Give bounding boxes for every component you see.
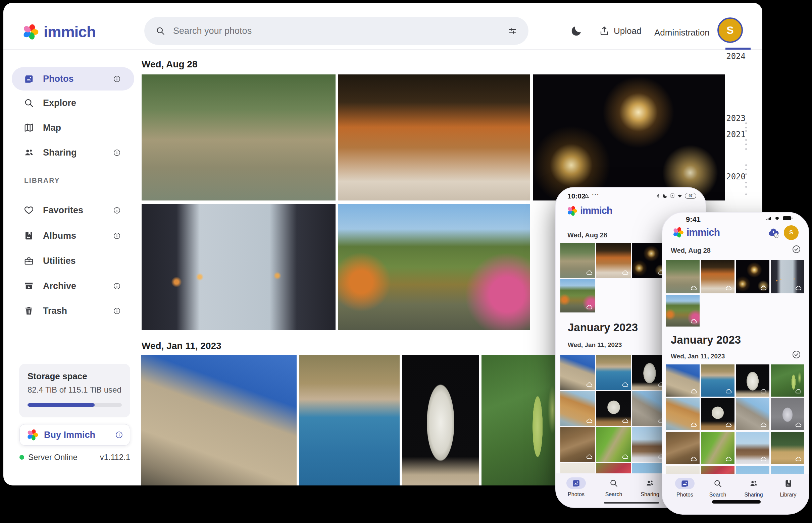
info-icon[interactable] (113, 232, 121, 240)
timeline-year-2020[interactable]: 2020 (726, 172, 746, 181)
select-day-check-icon[interactable] (792, 245, 801, 254)
select-day-check-icon[interactable] (792, 350, 801, 359)
photo-thumbnail[interactable] (736, 364, 770, 397)
photo-thumbnail-autumn-path[interactable] (338, 204, 530, 330)
timeline-year-2024[interactable]: 2024 (726, 52, 746, 61)
photo-thumbnail[interactable] (701, 398, 735, 430)
upload-button[interactable]: Upload (599, 25, 641, 36)
nav-tab-photos[interactable]: Photos (675, 478, 694, 498)
info-icon[interactable] (113, 75, 121, 83)
nav-tab-search[interactable]: Search (708, 478, 727, 498)
photo-thumbnail[interactable] (560, 391, 595, 426)
cloud-sync-icon (586, 381, 593, 388)
photo-thumbnail[interactable] (701, 432, 735, 464)
photo-thumbnail[interactable] (701, 260, 735, 293)
nav-tab-photos[interactable]: Photos (566, 477, 586, 498)
sidebar-item-label: Favorites (43, 205, 83, 216)
app-logo[interactable]: immich (22, 23, 96, 41)
photo-thumbnail[interactable] (771, 364, 804, 397)
sharing-icon (749, 479, 758, 488)
photo-thumbnail[interactable] (560, 355, 595, 390)
timeline-dot (745, 127, 747, 128)
administration-link[interactable]: Administration (654, 28, 710, 38)
date-group-header: Wed, Jan 11, 2023 (568, 341, 622, 349)
photo-thumbnail[interactable] (666, 432, 699, 464)
photo-thumbnail-hands[interactable] (142, 204, 335, 330)
backup-check-badge (774, 233, 779, 238)
photo-thumbnail[interactable] (736, 260, 770, 293)
photo-thumbnail[interactable] (596, 427, 631, 462)
nav-tab-sharing[interactable]: Sharing (744, 478, 763, 498)
photo-thumbnail[interactable] (596, 243, 631, 278)
photo-thumbnail[interactable] (666, 398, 699, 430)
user-avatar[interactable]: S (784, 225, 799, 240)
nav-tab-search[interactable]: Search (604, 477, 623, 498)
photo-thumbnail[interactable] (596, 355, 631, 390)
info-icon[interactable] (113, 307, 121, 315)
timeline-dot (745, 130, 747, 132)
info-icon[interactable] (115, 431, 123, 439)
photo-thumbnail[interactable] (560, 279, 595, 312)
photo-thumbnail[interactable] (736, 398, 770, 430)
sidebar-item-archive[interactable]: Archive (12, 274, 134, 298)
cloud-sync-icon (725, 455, 732, 463)
timeline-year-2023[interactable]: 2023 (726, 114, 746, 123)
dark-mode-toggle-icon[interactable] (570, 25, 583, 37)
photo-thumbnail[interactable] (771, 432, 804, 464)
photo-thumbnail[interactable] (771, 260, 804, 293)
icon-holder (640, 477, 660, 489)
photo-thumbnail[interactable] (771, 398, 804, 430)
sidebar-item-explore[interactable]: Explore (12, 91, 134, 115)
search-icon (713, 479, 722, 488)
info-icon[interactable] (113, 282, 121, 290)
photo-thumbnail-fireworks[interactable] (533, 74, 725, 200)
nav-tab-library[interactable]: Library (778, 478, 798, 498)
timeline-position-indicator[interactable] (725, 48, 750, 50)
sidebar-item-sharing[interactable]: Sharing (12, 141, 134, 164)
cloud-sync-icon (622, 381, 629, 388)
user-avatar[interactable]: S (718, 17, 743, 43)
photo-thumbnail-fortress[interactable] (141, 355, 297, 485)
photo-thumbnail-dinner[interactable] (338, 74, 530, 200)
sidebar-item-trash[interactable]: Trash (12, 299, 134, 323)
photo-thumbnail[interactable] (596, 391, 631, 426)
buy-immich-button[interactable]: Buy Immich (19, 424, 130, 446)
sidebar-item-utilities[interactable]: Utilities (12, 249, 134, 273)
date-group-header: Wed, Aug 28 (671, 247, 711, 254)
photo-thumbnail[interactable] (736, 432, 770, 464)
nav-label: Photos (568, 491, 585, 498)
nav-label: Photos (676, 492, 693, 498)
search-input[interactable]: Search your photos (144, 17, 529, 45)
photo-thumbnail[interactable] (701, 364, 735, 397)
nav-tab-sharing[interactable]: Sharing (640, 477, 660, 498)
photo-thumbnail[interactable] (560, 243, 595, 278)
avatar-initial: S (789, 229, 793, 236)
info-icon[interactable] (113, 149, 121, 157)
cloud-sync-icon (690, 455, 697, 463)
sidebar-item-favorites[interactable]: Favorites (12, 198, 134, 222)
photo-thumbnail-coast[interactable] (299, 355, 400, 485)
timeline-year-2021[interactable]: 2021 (726, 130, 746, 139)
date-group-header: Wed, Jan 11, 2023 (671, 353, 725, 360)
photo-thumbnail-berries[interactable] (482, 355, 564, 485)
photo-thumbnail[interactable] (666, 260, 699, 293)
photo-thumbnail[interactable] (666, 364, 699, 397)
sidebar-item-albums[interactable]: Albums (12, 224, 134, 248)
photo-thumbnail-zoo[interactable] (142, 74, 335, 200)
search-filters-icon[interactable] (508, 26, 517, 36)
month-header: January 2023 (568, 321, 638, 334)
photo-thumbnail[interactable] (560, 427, 595, 462)
sidebar-item-photos[interactable]: Photos (12, 67, 134, 91)
cloud-sync-icon (622, 417, 629, 425)
upload-icon (599, 25, 610, 36)
info-icon[interactable] (113, 206, 121, 214)
photo-thumbnail-sculpture[interactable] (402, 355, 479, 485)
date-group-header: Wed, Aug 28 (142, 59, 197, 70)
cloud-sync-icon (586, 269, 593, 276)
cloud-sync-icon (795, 387, 802, 395)
sidebar-item-map[interactable]: Map (12, 116, 134, 140)
photo-thumbnail[interactable] (666, 295, 699, 327)
timeline-dot (745, 148, 747, 150)
photos-icon (24, 74, 34, 84)
cell-signal-icon (765, 216, 773, 221)
